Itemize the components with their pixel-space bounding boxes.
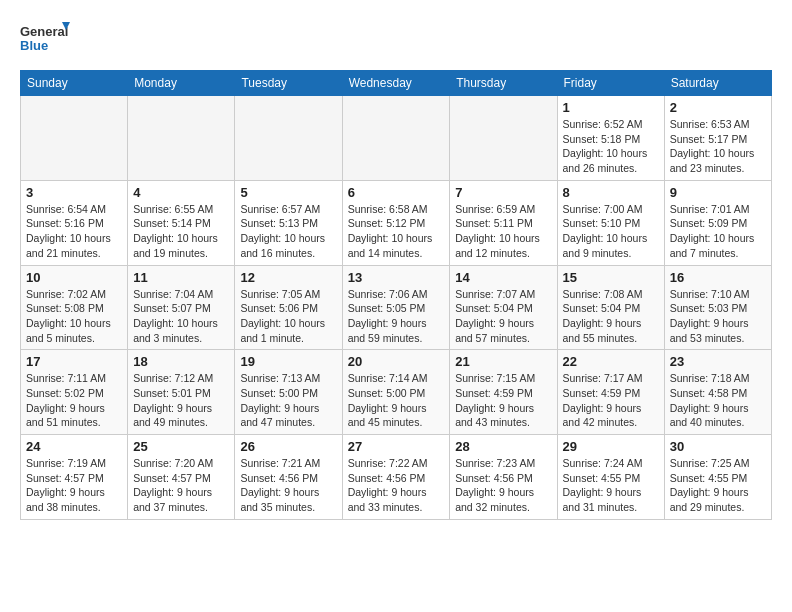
day-number: 15 bbox=[563, 270, 659, 285]
day-number: 27 bbox=[348, 439, 445, 454]
calendar-cell bbox=[450, 96, 557, 181]
day-number: 24 bbox=[26, 439, 122, 454]
day-number: 17 bbox=[26, 354, 122, 369]
calendar-cell: 29Sunrise: 7:24 AM Sunset: 4:55 PM Dayli… bbox=[557, 435, 664, 520]
calendar-cell: 3Sunrise: 6:54 AM Sunset: 5:16 PM Daylig… bbox=[21, 180, 128, 265]
day-number: 19 bbox=[240, 354, 336, 369]
calendar-cell: 15Sunrise: 7:08 AM Sunset: 5:04 PM Dayli… bbox=[557, 265, 664, 350]
day-info: Sunrise: 7:23 AM Sunset: 4:56 PM Dayligh… bbox=[455, 456, 551, 515]
day-info: Sunrise: 7:25 AM Sunset: 4:55 PM Dayligh… bbox=[670, 456, 766, 515]
calendar-cell: 11Sunrise: 7:04 AM Sunset: 5:07 PM Dayli… bbox=[128, 265, 235, 350]
day-number: 8 bbox=[563, 185, 659, 200]
calendar-cell: 10Sunrise: 7:02 AM Sunset: 5:08 PM Dayli… bbox=[21, 265, 128, 350]
calendar-cell: 18Sunrise: 7:12 AM Sunset: 5:01 PM Dayli… bbox=[128, 350, 235, 435]
day-number: 23 bbox=[670, 354, 766, 369]
day-number: 26 bbox=[240, 439, 336, 454]
day-info: Sunrise: 6:58 AM Sunset: 5:12 PM Dayligh… bbox=[348, 202, 445, 261]
day-info: Sunrise: 7:18 AM Sunset: 4:58 PM Dayligh… bbox=[670, 371, 766, 430]
svg-text:General: General bbox=[20, 24, 68, 39]
day-info: Sunrise: 7:01 AM Sunset: 5:09 PM Dayligh… bbox=[670, 202, 766, 261]
day-info: Sunrise: 7:05 AM Sunset: 5:06 PM Dayligh… bbox=[240, 287, 336, 346]
day-info: Sunrise: 7:20 AM Sunset: 4:57 PM Dayligh… bbox=[133, 456, 229, 515]
calendar-cell: 9Sunrise: 7:01 AM Sunset: 5:09 PM Daylig… bbox=[664, 180, 771, 265]
day-number: 18 bbox=[133, 354, 229, 369]
header-row: SundayMondayTuesdayWednesdayThursdayFrid… bbox=[21, 71, 772, 96]
day-number: 3 bbox=[26, 185, 122, 200]
day-info: Sunrise: 7:15 AM Sunset: 4:59 PM Dayligh… bbox=[455, 371, 551, 430]
calendar-cell: 13Sunrise: 7:06 AM Sunset: 5:05 PM Dayli… bbox=[342, 265, 450, 350]
day-number: 2 bbox=[670, 100, 766, 115]
calendar-cell: 22Sunrise: 7:17 AM Sunset: 4:59 PM Dayli… bbox=[557, 350, 664, 435]
calendar-cell bbox=[21, 96, 128, 181]
day-info: Sunrise: 6:53 AM Sunset: 5:17 PM Dayligh… bbox=[670, 117, 766, 176]
day-info: Sunrise: 6:54 AM Sunset: 5:16 PM Dayligh… bbox=[26, 202, 122, 261]
calendar-cell: 27Sunrise: 7:22 AM Sunset: 4:56 PM Dayli… bbox=[342, 435, 450, 520]
day-number: 7 bbox=[455, 185, 551, 200]
calendar-cell: 16Sunrise: 7:10 AM Sunset: 5:03 PM Dayli… bbox=[664, 265, 771, 350]
day-number: 30 bbox=[670, 439, 766, 454]
calendar-cell: 24Sunrise: 7:19 AM Sunset: 4:57 PM Dayli… bbox=[21, 435, 128, 520]
calendar-cell: 19Sunrise: 7:13 AM Sunset: 5:00 PM Dayli… bbox=[235, 350, 342, 435]
calendar-cell: 20Sunrise: 7:14 AM Sunset: 5:00 PM Dayli… bbox=[342, 350, 450, 435]
calendar-cell: 1Sunrise: 6:52 AM Sunset: 5:18 PM Daylig… bbox=[557, 96, 664, 181]
day-info: Sunrise: 6:55 AM Sunset: 5:14 PM Dayligh… bbox=[133, 202, 229, 261]
day-info: Sunrise: 7:14 AM Sunset: 5:00 PM Dayligh… bbox=[348, 371, 445, 430]
week-row-4: 17Sunrise: 7:11 AM Sunset: 5:02 PM Dayli… bbox=[21, 350, 772, 435]
calendar-cell: 5Sunrise: 6:57 AM Sunset: 5:13 PM Daylig… bbox=[235, 180, 342, 265]
column-header-sunday: Sunday bbox=[21, 71, 128, 96]
day-number: 10 bbox=[26, 270, 122, 285]
column-header-saturday: Saturday bbox=[664, 71, 771, 96]
day-number: 21 bbox=[455, 354, 551, 369]
week-row-1: 1Sunrise: 6:52 AM Sunset: 5:18 PM Daylig… bbox=[21, 96, 772, 181]
calendar-cell: 12Sunrise: 7:05 AM Sunset: 5:06 PM Dayli… bbox=[235, 265, 342, 350]
day-number: 1 bbox=[563, 100, 659, 115]
day-info: Sunrise: 7:06 AM Sunset: 5:05 PM Dayligh… bbox=[348, 287, 445, 346]
column-header-monday: Monday bbox=[128, 71, 235, 96]
calendar-cell: 14Sunrise: 7:07 AM Sunset: 5:04 PM Dayli… bbox=[450, 265, 557, 350]
day-number: 9 bbox=[670, 185, 766, 200]
week-row-5: 24Sunrise: 7:19 AM Sunset: 4:57 PM Dayli… bbox=[21, 435, 772, 520]
column-header-thursday: Thursday bbox=[450, 71, 557, 96]
day-info: Sunrise: 7:00 AM Sunset: 5:10 PM Dayligh… bbox=[563, 202, 659, 261]
column-header-wednesday: Wednesday bbox=[342, 71, 450, 96]
calendar-cell: 25Sunrise: 7:20 AM Sunset: 4:57 PM Dayli… bbox=[128, 435, 235, 520]
day-info: Sunrise: 6:57 AM Sunset: 5:13 PM Dayligh… bbox=[240, 202, 336, 261]
day-number: 22 bbox=[563, 354, 659, 369]
logo: General Blue bbox=[20, 20, 70, 60]
day-number: 20 bbox=[348, 354, 445, 369]
day-info: Sunrise: 7:07 AM Sunset: 5:04 PM Dayligh… bbox=[455, 287, 551, 346]
calendar-cell: 4Sunrise: 6:55 AM Sunset: 5:14 PM Daylig… bbox=[128, 180, 235, 265]
calendar-cell: 28Sunrise: 7:23 AM Sunset: 4:56 PM Dayli… bbox=[450, 435, 557, 520]
week-row-3: 10Sunrise: 7:02 AM Sunset: 5:08 PM Dayli… bbox=[21, 265, 772, 350]
calendar-cell: 30Sunrise: 7:25 AM Sunset: 4:55 PM Dayli… bbox=[664, 435, 771, 520]
day-info: Sunrise: 6:52 AM Sunset: 5:18 PM Dayligh… bbox=[563, 117, 659, 176]
svg-text:Blue: Blue bbox=[20, 38, 48, 53]
calendar-cell: 2Sunrise: 6:53 AM Sunset: 5:17 PM Daylig… bbox=[664, 96, 771, 181]
day-info: Sunrise: 7:08 AM Sunset: 5:04 PM Dayligh… bbox=[563, 287, 659, 346]
calendar-cell: 8Sunrise: 7:00 AM Sunset: 5:10 PM Daylig… bbox=[557, 180, 664, 265]
calendar-cell bbox=[128, 96, 235, 181]
calendar-table: SundayMondayTuesdayWednesdayThursdayFrid… bbox=[20, 70, 772, 520]
calendar-cell: 7Sunrise: 6:59 AM Sunset: 5:11 PM Daylig… bbox=[450, 180, 557, 265]
day-number: 16 bbox=[670, 270, 766, 285]
day-number: 14 bbox=[455, 270, 551, 285]
day-info: Sunrise: 7:13 AM Sunset: 5:00 PM Dayligh… bbox=[240, 371, 336, 430]
day-info: Sunrise: 7:21 AM Sunset: 4:56 PM Dayligh… bbox=[240, 456, 336, 515]
day-info: Sunrise: 7:17 AM Sunset: 4:59 PM Dayligh… bbox=[563, 371, 659, 430]
column-header-tuesday: Tuesday bbox=[235, 71, 342, 96]
logo-svg: General Blue bbox=[20, 20, 70, 60]
calendar-cell bbox=[342, 96, 450, 181]
calendar-cell: 26Sunrise: 7:21 AM Sunset: 4:56 PM Dayli… bbox=[235, 435, 342, 520]
calendar-cell bbox=[235, 96, 342, 181]
day-number: 13 bbox=[348, 270, 445, 285]
calendar-cell: 21Sunrise: 7:15 AM Sunset: 4:59 PM Dayli… bbox=[450, 350, 557, 435]
day-info: Sunrise: 7:22 AM Sunset: 4:56 PM Dayligh… bbox=[348, 456, 445, 515]
day-info: Sunrise: 7:04 AM Sunset: 5:07 PM Dayligh… bbox=[133, 287, 229, 346]
day-info: Sunrise: 6:59 AM Sunset: 5:11 PM Dayligh… bbox=[455, 202, 551, 261]
column-header-friday: Friday bbox=[557, 71, 664, 96]
page-header: General Blue bbox=[20, 20, 772, 60]
day-info: Sunrise: 7:02 AM Sunset: 5:08 PM Dayligh… bbox=[26, 287, 122, 346]
day-info: Sunrise: 7:12 AM Sunset: 5:01 PM Dayligh… bbox=[133, 371, 229, 430]
week-row-2: 3Sunrise: 6:54 AM Sunset: 5:16 PM Daylig… bbox=[21, 180, 772, 265]
day-number: 11 bbox=[133, 270, 229, 285]
